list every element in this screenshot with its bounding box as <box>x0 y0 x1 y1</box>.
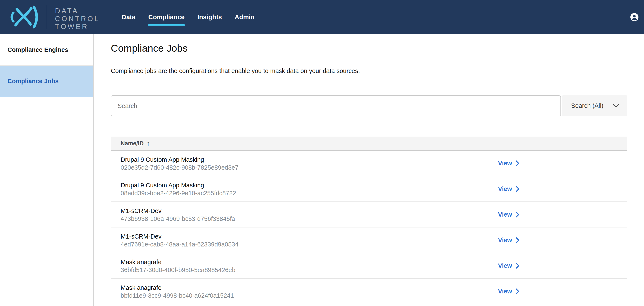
top-navbar: DATA CONTROL TOWER Data Compliance Insig… <box>0 0 644 34</box>
table-row: Drupal 9 Custom App Masking 08edd39c-bbe… <box>111 176 627 202</box>
compliance-sidebar: Compliance Engines Compliance Jobs <box>0 34 94 306</box>
view-link-label: View <box>498 288 512 295</box>
logo-wordmark: DATA CONTROL TOWER <box>55 7 100 31</box>
logo-divider <box>47 5 47 29</box>
table-row: M1-sCRM-Dev 473b6938-106a-4969-bc53-d756… <box>111 202 627 227</box>
job-id: 08edd39c-bbe2-4296-9e10-ac255fdc8722 <box>120 189 627 197</box>
account-circle-icon[interactable] <box>630 13 638 21</box>
chevron-right-icon <box>516 288 520 294</box>
table-row: Mask anagrafe bbfd11e9-3cc9-4998-bc40-a6… <box>111 279 627 304</box>
job-name: Mask anagrafe <box>120 258 627 266</box>
chevron-down-icon <box>612 104 619 108</box>
compliance-jobs-table: Name/ID ↑ Drupal 9 Custom App Masking 02… <box>111 136 627 304</box>
view-link[interactable]: View <box>498 211 520 218</box>
chevron-right-icon <box>516 262 520 269</box>
view-link[interactable]: View <box>498 237 520 244</box>
job-name: Drupal 9 Custom App Masking <box>120 156 627 164</box>
chevron-right-icon <box>516 211 520 218</box>
nav-item-compliance[interactable]: Compliance <box>148 14 184 21</box>
chevron-right-icon <box>516 160 520 167</box>
view-link[interactable]: View <box>498 262 520 269</box>
job-id: 36bfd517-30d0-400f-b950-5ea8985426eb <box>120 266 627 274</box>
view-link[interactable]: View <box>498 186 520 193</box>
sidebar-item-compliance-jobs[interactable]: Compliance Jobs <box>0 66 93 97</box>
job-id: bbfd11e9-3cc9-4998-bc40-a624f0a15241 <box>120 292 627 299</box>
job-name: M1-sCRM-Dev <box>120 233 627 240</box>
nav-item-insights[interactable]: Insights <box>197 14 222 21</box>
view-link-label: View <box>498 237 512 244</box>
job-name: Drupal 9 Custom App Masking <box>120 181 627 189</box>
view-link[interactable]: View <box>498 160 520 167</box>
sort-ascending-icon[interactable]: ↑ <box>146 139 150 147</box>
view-link-label: View <box>498 186 512 193</box>
job-id: 020e35d2-7d60-482c-908b-7825e89ed3e7 <box>120 164 627 172</box>
job-id: 473b6938-106a-4969-bc53-d756f33845fa <box>120 215 627 223</box>
job-name: M1-sCRM-Dev <box>120 207 627 215</box>
table-header-row: Name/ID ↑ <box>111 136 627 151</box>
chevron-right-icon <box>516 186 520 192</box>
nav-item-admin[interactable]: Admin <box>235 14 254 21</box>
view-link-label: View <box>498 262 512 269</box>
search-input[interactable] <box>111 95 561 116</box>
chevron-right-icon <box>516 237 520 243</box>
job-id: 4ed7691e-cab8-48aa-a14a-62339d9a0534 <box>120 240 627 248</box>
table-row: Drupal 9 Custom App Masking 020e35d2-7d6… <box>111 151 627 176</box>
main-nav: Data Compliance Insights Admin <box>122 0 254 34</box>
view-link-label: View <box>498 211 512 218</box>
table-row: Mask anagrafe 36bfd517-30d0-400f-b950-5e… <box>111 253 627 279</box>
page-description: Compliance jobs are the configurations t… <box>111 67 360 75</box>
search-scope-dropdown[interactable]: Search (All) <box>562 95 628 116</box>
table-row: M1-sCRM-Dev 4ed7691e-cab8-48aa-a14a-6233… <box>111 227 627 253</box>
page-title: Compliance Jobs <box>111 42 188 54</box>
view-link-label: View <box>498 160 512 167</box>
column-header-name-id[interactable]: Name/ID <box>120 140 144 147</box>
dct-logo-icon <box>7 6 40 29</box>
job-name: Mask anagrafe <box>120 284 627 292</box>
nav-item-data[interactable]: Data <box>122 14 136 21</box>
sidebar-item-compliance-engines[interactable]: Compliance Engines <box>0 34 93 66</box>
search-scope-label: Search (All) <box>571 102 604 109</box>
view-link[interactable]: View <box>498 288 520 295</box>
